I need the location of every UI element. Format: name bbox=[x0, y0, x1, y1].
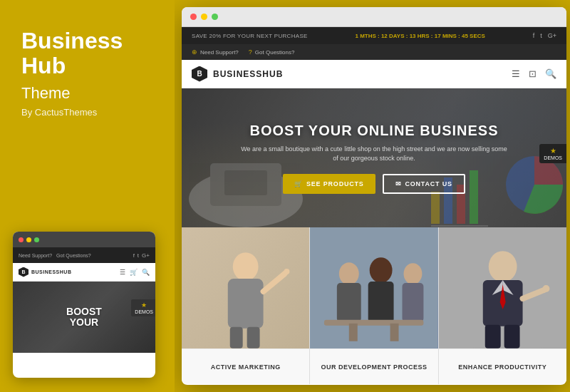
svg-rect-19 bbox=[337, 283, 361, 322]
need-support-item[interactable]: ⊕ Need Support? bbox=[192, 48, 239, 56]
support-headset-icon: ⊕ bbox=[192, 48, 197, 56]
mobile-logo-hex: B bbox=[19, 267, 28, 277]
site-logo-hex: B bbox=[192, 66, 207, 82]
card-person-svg-1 bbox=[182, 227, 309, 349]
mobile-dot-red bbox=[19, 237, 24, 242]
cart-icon: 🛒 bbox=[294, 180, 303, 187]
browser-dot-red[interactable] bbox=[190, 14, 197, 20]
envelope-icon: ✉ bbox=[395, 180, 402, 187]
hero-content: BOOST YOUR ONLINE BUSINESS We are a smal… bbox=[182, 88, 566, 227]
theme-subtitle: Theme bbox=[21, 84, 153, 103]
mobile-demos-badge[interactable]: ★ DEMOS bbox=[131, 299, 155, 316]
svg-rect-24 bbox=[324, 320, 423, 326]
svg-rect-34 bbox=[504, 325, 519, 349]
got-questions-item[interactable]: ? Got Questions? bbox=[249, 48, 295, 56]
mobile-dot-yellow bbox=[26, 237, 31, 242]
browser-window: SAVE 20% FOR YOUR NEXT PURCHASE 1 MTHS :… bbox=[182, 7, 566, 385]
mobile-top-bar bbox=[13, 232, 155, 247]
announce-socials: f t G+ bbox=[533, 32, 556, 39]
hero-buttons: 🛒 SEE PRODUCTS ✉ CONTACT US bbox=[283, 174, 465, 194]
mobile-googleplus-icon: G+ bbox=[142, 252, 150, 259]
card-label-2: OUR DEVELOPMENT PROCESS bbox=[310, 349, 437, 384]
svg-point-14 bbox=[284, 269, 289, 274]
mobile-hero: BOOST YOUR bbox=[13, 282, 155, 353]
svg-rect-23 bbox=[403, 283, 424, 322]
facebook-icon[interactable]: f bbox=[533, 32, 535, 39]
card-active-marketing[interactable]: ACTIVE MARKETING bbox=[182, 227, 309, 384]
svg-rect-16 bbox=[247, 327, 260, 349]
hero-title: BOOST YOUR ONLINE BUSINESS bbox=[249, 123, 498, 139]
nav-search-icon[interactable]: 🔍 bbox=[545, 68, 556, 79]
mobile-social-icons: f t G+ bbox=[133, 252, 150, 259]
mobile-support-text1: Need Support? bbox=[19, 253, 52, 258]
mobile-banner-left: Need Support? Got Questions? bbox=[19, 253, 91, 258]
svg-point-18 bbox=[339, 262, 359, 285]
card-label-text-2: OUR DEVELOPMENT PROCESS bbox=[321, 363, 427, 371]
announce-timer: 1 MTHS : 12 DAYS : 13 HRS : 17 MINS : 45… bbox=[355, 33, 484, 39]
svg-point-22 bbox=[404, 263, 423, 284]
nav-menu-icon[interactable]: ☰ bbox=[512, 68, 520, 79]
mobile-twitter-icon: t bbox=[138, 252, 139, 259]
mobile-hero-text: BOOST YOUR bbox=[66, 306, 102, 329]
card-person-svg-2 bbox=[310, 227, 437, 349]
svg-rect-21 bbox=[368, 282, 394, 323]
googleplus-icon[interactable]: G+ bbox=[548, 32, 556, 39]
svg-rect-15 bbox=[230, 327, 243, 349]
site-hero: BOOST YOUR ONLINE BUSINESS We are a smal… bbox=[182, 88, 566, 227]
browser-dot-yellow[interactable] bbox=[201, 14, 207, 20]
announce-text: SAVE 20% FOR YOUR NEXT PURCHASE bbox=[192, 33, 308, 39]
demos-star-icon: ★ bbox=[141, 301, 147, 309]
card-image-3 bbox=[439, 227, 566, 349]
card-enhance-productivity[interactable]: ENHANCE PRODUCTIVITY bbox=[439, 227, 566, 384]
questions-icon: ? bbox=[249, 48, 252, 56]
mobile-cart-icon[interactable]: 🛒 bbox=[130, 269, 138, 276]
svg-rect-26 bbox=[390, 324, 399, 341]
card-label-3: ENHANCE PRODUCTIVITY bbox=[439, 349, 566, 384]
mobile-search-icon[interactable]: 🔍 bbox=[142, 269, 150, 276]
card-label-text-3: ENHANCE PRODUCTIVITY bbox=[458, 363, 546, 371]
svg-rect-33 bbox=[484, 325, 500, 349]
browser-dot-green[interactable] bbox=[212, 14, 218, 20]
twitter-icon[interactable]: t bbox=[540, 32, 542, 39]
mobile-support-text2: Got Questions? bbox=[56, 253, 91, 258]
svg-rect-25 bbox=[349, 324, 358, 341]
mobile-logo-text: BUSINESSHUB bbox=[31, 269, 71, 274]
mobile-facebook-icon: f bbox=[133, 252, 135, 259]
card-label-text-1: ACTIVE MARKETING bbox=[211, 363, 281, 371]
svg-point-11 bbox=[233, 252, 259, 281]
left-panel: Business Hub Theme By CactusThemes Need … bbox=[0, 0, 175, 392]
browser-demos-badge[interactable]: ★ DEMOS bbox=[539, 144, 566, 163]
svg-point-36 bbox=[542, 285, 549, 292]
see-products-button[interactable]: 🛒 SEE PRODUCTS bbox=[283, 174, 375, 194]
mobile-navbar: B BUSINESSHUB ☰ 🛒 🔍 bbox=[13, 263, 155, 282]
mobile-banner: Need Support? Got Questions? f t G+ bbox=[13, 247, 155, 263]
browser-top-bar bbox=[182, 7, 566, 27]
card-development-process[interactable]: OUR DEVELOPMENT PROCESS bbox=[309, 227, 438, 384]
card-image-1 bbox=[182, 227, 309, 349]
site-cards: ACTIVE MARKETING bbox=[182, 227, 566, 384]
mobile-dot-green bbox=[34, 237, 39, 242]
mobile-menu-icon[interactable]: ☰ bbox=[120, 269, 125, 276]
site-logo-text: BUSINESSHUB bbox=[213, 69, 283, 79]
svg-point-28 bbox=[488, 251, 517, 282]
site-announce-bar: SAVE 20% FOR YOUR NEXT PURCHASE 1 MTHS :… bbox=[182, 27, 566, 44]
mobile-preview: Need Support? Got Questions? f t G+ B BU… bbox=[13, 232, 155, 378]
svg-point-20 bbox=[370, 257, 393, 283]
site-logo[interactable]: B BUSINESSHUB bbox=[192, 66, 283, 82]
contact-us-button[interactable]: ✉ CONTACT US bbox=[383, 174, 465, 194]
card-image-2 bbox=[310, 227, 437, 349]
hero-subtitle: We are a small boutique with a cute litt… bbox=[239, 145, 509, 164]
nav-cart-icon[interactable]: ⊡ bbox=[529, 68, 537, 79]
svg-rect-12 bbox=[228, 279, 264, 329]
mobile-nav-icons: ☰ 🛒 🔍 bbox=[120, 269, 150, 276]
mobile-logo: B BUSINESSHUB bbox=[19, 267, 71, 277]
browser-demos-star-icon: ★ bbox=[550, 147, 556, 155]
card-person-svg-3 bbox=[439, 227, 566, 349]
theme-title: Business Hub bbox=[21, 29, 153, 78]
site-support-bar: ⊕ Need Support? ? Got Questions? bbox=[182, 44, 566, 60]
theme-author: By CactusThemes bbox=[21, 107, 153, 118]
site-navbar: B BUSINESSHUB ☰ ⊡ 🔍 bbox=[182, 60, 566, 88]
site-nav-icons: ☰ ⊡ 🔍 bbox=[512, 68, 556, 79]
card-label-1: ACTIVE MARKETING bbox=[182, 349, 309, 384]
